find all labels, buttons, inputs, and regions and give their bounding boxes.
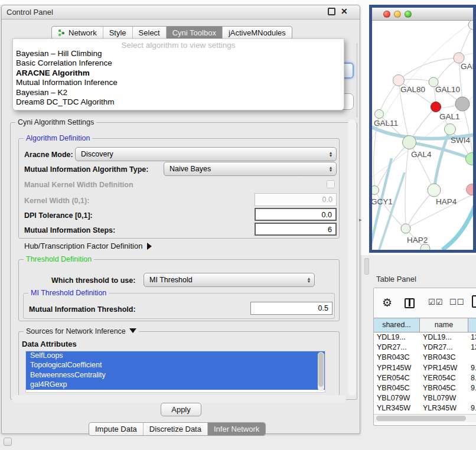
column-header-clipped[interactable]	[468, 318, 476, 332]
tab-style-label: Style	[109, 28, 126, 37]
settings-horizontal-scrollbar[interactable]	[12, 395, 346, 403]
data-attribute-item[interactable]: BetweennessCentrality	[26, 371, 325, 380]
mi-steps-label: Mutual Information Steps:	[24, 226, 115, 234]
algorithm-option[interactable]: Bayesian – K2	[13, 88, 344, 97]
mi-algorithm-type-label: Mutual Information Algorithm Type:	[24, 165, 148, 174]
network-node[interactable]	[431, 102, 441, 112]
mi-algorithm-type-combobox[interactable]: Naive Bayes ▲▼	[164, 162, 337, 176]
data-attribute-item[interactable]: gal4RGexp	[26, 380, 325, 390]
mi-algorithm-type-value: Naive Bayes	[164, 165, 327, 173]
table-row[interactable]: YDL19...YDL19...13	[374, 332, 476, 343]
tab-select[interactable]: Select	[133, 27, 167, 39]
network-node[interactable]	[401, 224, 410, 233]
dpi-tolerance-field[interactable]: 0.0	[255, 208, 337, 221]
attributes-list-scrollbar[interactable]	[318, 352, 324, 391]
network-node[interactable]	[428, 184, 441, 197]
table-row[interactable]: YER054CYER054C8.	[374, 373, 476, 383]
minimized-panel-icon[interactable]	[4, 438, 12, 446]
minimize-traffic-light[interactable]	[394, 11, 401, 18]
table-row[interactable]: YBL079WYBL079W	[374, 393, 476, 403]
aracne-mode-combobox[interactable]: Discovery ▲▼	[75, 147, 337, 161]
sources-group-title[interactable]: Sources for Network Inference	[24, 327, 139, 335]
network-node[interactable]	[393, 75, 405, 86]
splitter-grip[interactable]	[364, 258, 369, 275]
algorithm-option[interactable]: ARACNE Algorithm	[13, 69, 344, 78]
algorithm-placeholder-item[interactable]: Select algorithm to view settings	[13, 39, 344, 49]
tab-infer-network-label: Infer Network	[214, 425, 259, 433]
table-cell	[468, 393, 476, 403]
column-header-name[interactable]: name	[420, 318, 468, 332]
network-node[interactable]	[468, 21, 473, 30]
export-table-icon[interactable]	[472, 295, 476, 308]
table-toolbar: ⚙ ☑☑ ☐☐	[374, 288, 476, 318]
which-threshold-combobox[interactable]: MI Threshold ▲▼	[144, 273, 315, 287]
mi-threshold-definition-title: MI Threshold Definition	[28, 289, 109, 297]
data-attributes-list[interactable]: SelfLoopsTopologicalCoefficientBetweenne…	[25, 351, 325, 393]
column-header-shared-name[interactable]: shared...	[374, 318, 420, 332]
hub-tf-definition-toggle[interactable]: Hub/Transcription Factor Definition	[24, 242, 152, 250]
tab-cyni-toolbox[interactable]: Cyni Toolbox	[167, 27, 223, 39]
tab-network[interactable]: Network	[52, 27, 103, 39]
network-node[interactable]	[455, 97, 470, 111]
attributes-scrollbar-thumb[interactable]	[318, 353, 324, 387]
network-window-titlebar[interactable]	[372, 8, 473, 21]
data-attribute-item[interactable]: TopologicalCoefficient	[26, 361, 325, 370]
occluded-panel-border	[357, 43, 357, 118]
apply-button[interactable]: Apply	[161, 403, 201, 416]
table-horizontal-scrollbar[interactable]	[374, 414, 476, 422]
table-cell: YLR345W	[420, 403, 468, 413]
mi-steps-field[interactable]: 6	[255, 223, 337, 236]
control-panel-titlebar[interactable]: Control Panel ✕	[2, 5, 360, 19]
network-node-label: GAL10	[435, 85, 460, 94]
zoom-traffic-light[interactable]	[405, 11, 412, 18]
network-canvas[interactable]: GALGAL80GAL10GAL1GAL11SWI4GAL4GCY1HAP4YH…	[372, 21, 473, 250]
tab-jactivemnodules[interactable]: jActiveMNodules	[223, 27, 292, 39]
algorithm-option[interactable]: Basic Correlation Inference	[13, 58, 344, 68]
tab-style[interactable]: Style	[103, 27, 133, 39]
table-row[interactable]: YPR145WYPR145W9.	[374, 363, 476, 373]
algorithm-option[interactable]: Dream8 DC_TDC Algorithm	[13, 97, 344, 107]
network-node-label: GCY1	[372, 197, 393, 206]
combo-spinner-icon: ▲▼	[327, 166, 336, 172]
combo-spinner-icon: ▲▼	[327, 151, 336, 157]
network-node[interactable]	[420, 244, 430, 250]
network-node[interactable]	[466, 153, 474, 165]
cyni-settings-group-title: Cyni Algorithm Settings	[15, 118, 96, 126]
tab-impute-data[interactable]: Impute Data	[89, 423, 144, 435]
mi-threshold-field[interactable]: 0.5	[250, 302, 332, 315]
network-edge	[379, 172, 405, 250]
gear-icon[interactable]: ⚙	[382, 296, 392, 309]
float-window-icon[interactable]	[328, 8, 335, 15]
tab-infer-network[interactable]: Infer Network	[208, 423, 265, 435]
tab-discretize-data[interactable]: Discretize Data	[144, 423, 208, 435]
close-traffic-light[interactable]	[383, 11, 390, 18]
columns-icon[interactable]	[405, 298, 415, 308]
kernel-width-field[interactable]: 0.0	[255, 193, 337, 206]
network-node[interactable]	[403, 136, 416, 149]
data-attribute-item[interactable]: SelfLoops	[26, 351, 325, 361]
table-cell: 13	[468, 332, 476, 343]
manual-kernel-width-checkbox[interactable]	[327, 180, 335, 188]
table-row[interactable]: YDR27...YDR27...12	[374, 343, 476, 353]
deselect-all-icon[interactable]: ☐☐	[449, 298, 464, 306]
network-node[interactable]	[375, 110, 384, 119]
network-node[interactable]	[445, 124, 456, 135]
network-node[interactable]	[372, 186, 379, 195]
network-edge	[403, 58, 459, 77]
table-row[interactable]: YLR345WYLR345W9.	[374, 403, 476, 413]
table-row[interactable]: YBR043CYBR043C	[374, 353, 476, 363]
combo-spinner-icon: ▲▼	[305, 277, 314, 283]
settings-vertical-scrollbar[interactable]	[348, 119, 356, 396]
select-all-icon[interactable]: ☑☑	[428, 298, 443, 306]
algorithm-option[interactable]: Mutual Information Inference	[13, 78, 344, 87]
algorithm-option[interactable]: Bayesian – Hill Climbing	[13, 49, 344, 58]
mi-threshold-label: Mutual Information Threshold:	[29, 305, 136, 314]
table-row[interactable]: YBR045CYBR045C9.	[374, 383, 476, 393]
close-icon[interactable]: ✕	[341, 6, 348, 16]
table-cell	[468, 353, 476, 363]
table-cell: 9.	[468, 383, 476, 393]
table-cell: YBR043C	[420, 353, 468, 363]
splitter-collapse-arrow[interactable]: ▸	[359, 217, 362, 223]
network-node[interactable]	[467, 184, 474, 195]
table-hscrollbar-thumb[interactable]	[376, 416, 466, 421]
